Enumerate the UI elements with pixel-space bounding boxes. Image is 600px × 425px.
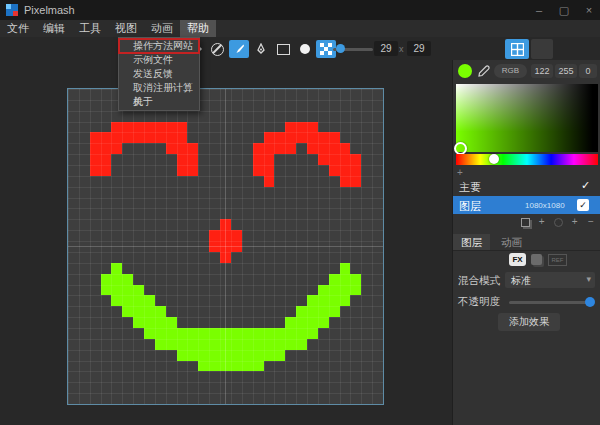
pixel-run — [264, 176, 275, 187]
merge-icon — [554, 218, 563, 227]
menu-item-2[interactable]: 工具 — [72, 20, 108, 37]
add-layer-button[interactable]: + — [536, 216, 548, 227]
pixel-run — [166, 143, 199, 154]
pixel-run — [307, 295, 350, 306]
menu-item-0[interactable]: 文件 — [0, 20, 36, 37]
pixel-width-field[interactable]: 29 — [374, 41, 398, 56]
help-menu-item-3[interactable]: 取消注册计算机 — [119, 81, 199, 95]
hue-slider[interactable] — [456, 154, 598, 165]
menu-bar: 文件编辑工具视图动画帮助 — [0, 20, 600, 37]
pixel-run — [198, 361, 263, 372]
pixel-run — [101, 285, 144, 296]
center-guide-horizontal — [68, 246, 383, 247]
eyedropper-button[interactable] — [477, 64, 490, 82]
blue-value-field[interactable]: 0 — [579, 64, 597, 78]
blend-mode-row: 混合模式 标准 ▾ — [453, 272, 600, 289]
right-panel: RGB 122 255 0 + 主要 ✓ 图层 1080x1080 ✓ + + … — [452, 60, 600, 425]
canvas[interactable] — [67, 88, 384, 405]
pixel-run — [90, 165, 112, 176]
primary-visibility-checkbox[interactable]: ✓ — [581, 179, 590, 192]
red-value-field[interactable]: 122 — [531, 64, 553, 78]
size-separator: x — [399, 44, 404, 54]
pixel-run — [177, 154, 199, 165]
pixel-run — [111, 295, 154, 306]
chevron-down-icon: ▾ — [586, 274, 591, 284]
remove-layer-button[interactable]: − — [585, 216, 597, 227]
help-menu-item-1[interactable]: 示例文件 — [119, 53, 199, 67]
title-bar: Pixelmash – ▢ × — [0, 0, 600, 20]
reference-button[interactable]: REF — [548, 254, 567, 266]
pixel-run — [307, 143, 350, 154]
opacity-slider-knob[interactable] — [585, 297, 595, 307]
help-dropdown-menu: 操作方法网站示例文件发送反馈取消注册计算机关于 — [118, 37, 200, 111]
tab-animation[interactable]: 动画 — [493, 234, 530, 250]
onion-skin-button[interactable] — [531, 39, 553, 59]
pen-tool-button[interactable] — [251, 40, 271, 58]
current-color-swatch[interactable] — [458, 64, 472, 78]
menu-item-3[interactable]: 视图 — [108, 20, 144, 37]
minimize-button[interactable]: – — [530, 3, 548, 17]
layer-name: 图层 — [459, 199, 481, 214]
pixel-run — [253, 165, 275, 176]
add-effect-button[interactable]: 添加效果 — [498, 313, 560, 331]
pixel-run — [285, 317, 328, 328]
close-button[interactable]: × — [580, 3, 598, 17]
pixel-height-field[interactable]: 29 — [407, 41, 431, 56]
panel-tabs: 图层 动画 — [453, 234, 600, 251]
round-brush-icon — [300, 44, 310, 54]
menu-item-5[interactable]: 帮助 — [180, 20, 216, 37]
app-logo-icon — [6, 4, 18, 16]
help-menu-item-4[interactable]: 关于 — [119, 95, 199, 109]
eraser-tool-button[interactable] — [207, 40, 227, 58]
window-title: Pixelmash — [24, 4, 75, 16]
pixel-run — [155, 339, 307, 350]
pixel-run — [264, 132, 340, 143]
pen-icon — [255, 43, 267, 55]
layer-visibility-checkbox[interactable]: ✓ — [577, 199, 589, 211]
pixel-run — [253, 143, 296, 154]
pixel-run — [101, 274, 134, 285]
blend-mode-select[interactable]: 标准 ▾ — [505, 272, 595, 288]
blend-mode-value: 标准 — [511, 274, 531, 288]
pixel-run — [133, 317, 176, 328]
mask-button[interactable] — [531, 254, 542, 265]
tab-layers[interactable]: 图层 — [453, 234, 490, 250]
brush-icon — [233, 43, 245, 55]
opacity-row: 不透明度 — [453, 293, 600, 309]
pixel-run — [90, 154, 112, 165]
pixel-run — [122, 306, 165, 317]
pixel-run — [90, 132, 188, 143]
opacity-slider[interactable] — [509, 301, 591, 304]
menu-item-4[interactable]: 动画 — [144, 20, 180, 37]
fx-button[interactable]: FX — [509, 253, 526, 266]
pixel-run — [144, 328, 318, 339]
merge-layer-button[interactable] — [552, 216, 564, 229]
saturation-value-picker[interactable] — [456, 84, 598, 152]
shape-tool-button[interactable] — [273, 40, 293, 58]
brush-size-slider-knob[interactable] — [336, 44, 345, 53]
layer-size: 1080x1080 — [525, 201, 565, 210]
hue-slider-knob[interactable] — [489, 154, 499, 164]
help-menu-item-2[interactable]: 发送反馈 — [119, 67, 199, 81]
green-value-field[interactable]: 255 — [555, 64, 577, 78]
pixel-run — [285, 122, 318, 133]
layer-buttons-row: + + − — [453, 216, 597, 230]
layer-effect-buttons: FX REF — [453, 253, 600, 268]
help-menu-item-0[interactable]: 操作方法网站 — [119, 39, 199, 53]
grid-toggle-button[interactable] — [505, 39, 529, 59]
primary-group-row[interactable]: 主要 ✓ — [453, 178, 600, 194]
brush-shape-button[interactable] — [296, 40, 314, 58]
rectangle-icon — [277, 44, 290, 55]
color-mode-select[interactable]: RGB — [494, 64, 527, 78]
layer-row-selected[interactable]: 图层 1080x1080 ✓ — [453, 196, 600, 214]
opacity-label: 不透明度 — [458, 295, 500, 309]
pixel-run — [318, 285, 361, 296]
duplicate-layer-button[interactable] — [519, 216, 531, 229]
pixel-run — [177, 165, 199, 176]
brush-tool-button[interactable] — [229, 40, 249, 58]
add-swatch-button[interactable]: + — [457, 167, 463, 178]
menu-item-1[interactable]: 编辑 — [36, 20, 72, 37]
add-group-button[interactable]: + — [569, 216, 581, 227]
maximize-button[interactable]: ▢ — [555, 3, 573, 17]
duplicate-icon — [521, 218, 530, 227]
